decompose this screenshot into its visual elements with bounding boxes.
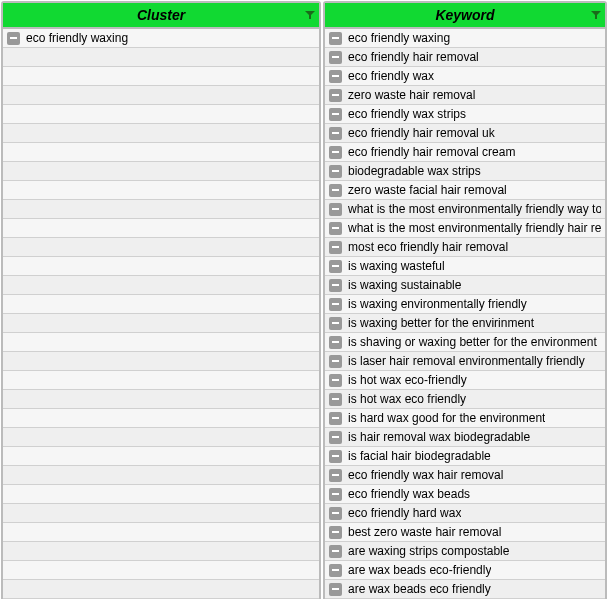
column-header-keyword[interactable]: Keyword (325, 3, 605, 29)
table-row[interactable]: eco friendly hair removal (325, 48, 605, 67)
empty-row[interactable] (3, 143, 319, 162)
empty-row[interactable] (3, 86, 319, 105)
empty-row[interactable] (3, 428, 319, 447)
table-row[interactable]: what is the most environmentally friendl… (325, 200, 605, 219)
empty-row[interactable] (3, 466, 319, 485)
empty-row[interactable] (3, 485, 319, 504)
collapse-icon[interactable] (329, 165, 342, 178)
empty-row[interactable] (3, 409, 319, 428)
table-row[interactable]: zero waste facial hair removal (325, 181, 605, 200)
collapse-icon[interactable] (329, 184, 342, 197)
collapse-icon[interactable] (329, 222, 342, 235)
filter-icon[interactable] (305, 10, 315, 20)
empty-row[interactable] (3, 561, 319, 580)
table-row[interactable]: what is the most environmentally friendl… (325, 219, 605, 238)
empty-row[interactable] (3, 352, 319, 371)
collapse-icon[interactable] (329, 393, 342, 406)
empty-row[interactable] (3, 371, 319, 390)
cell-text: is waxing better for the envirinment (348, 316, 534, 330)
collapse-icon[interactable] (329, 583, 342, 596)
table-row[interactable]: eco friendly hard wax (325, 504, 605, 523)
collapse-icon[interactable] (329, 89, 342, 102)
table-row[interactable]: is hair removal wax biodegradable (325, 428, 605, 447)
collapse-icon[interactable] (329, 526, 342, 539)
collapse-icon[interactable] (329, 469, 342, 482)
table-row[interactable]: eco friendly wax strips (325, 105, 605, 124)
empty-row[interactable] (3, 390, 319, 409)
column-header-cluster[interactable]: Cluster (3, 3, 319, 29)
table-row[interactable]: is waxing sustainable (325, 276, 605, 295)
table-row[interactable]: most eco friendly hair removal (325, 238, 605, 257)
cell-text: eco friendly hair removal (348, 50, 479, 64)
empty-row[interactable] (3, 542, 319, 561)
empty-row[interactable] (3, 295, 319, 314)
cell-text: is hair removal wax biodegradable (348, 430, 530, 444)
filter-icon[interactable] (591, 10, 601, 20)
empty-row[interactable] (3, 238, 319, 257)
cell-text: is waxing sustainable (348, 278, 461, 292)
table-row[interactable]: is waxing environmentally friendly (325, 295, 605, 314)
empty-row[interactable] (3, 48, 319, 67)
table-row[interactable]: is shaving or waxing better for the envi… (325, 333, 605, 352)
collapse-icon[interactable] (329, 545, 342, 558)
table-row[interactable]: are wax beads eco-friendly (325, 561, 605, 580)
empty-row[interactable] (3, 580, 319, 599)
collapse-icon[interactable] (329, 431, 342, 444)
collapse-icon[interactable] (329, 146, 342, 159)
empty-row[interactable] (3, 124, 319, 143)
collapse-icon[interactable] (329, 279, 342, 292)
empty-row[interactable] (3, 162, 319, 181)
empty-row[interactable] (3, 523, 319, 542)
table-row[interactable]: are wax beads eco friendly (325, 580, 605, 599)
collapse-icon[interactable] (329, 260, 342, 273)
table-row[interactable]: eco friendly waxing (325, 29, 605, 48)
collapse-icon[interactable] (329, 564, 342, 577)
empty-row[interactable] (3, 333, 319, 352)
table-row[interactable]: eco friendly waxing (3, 29, 319, 48)
collapse-icon[interactable] (329, 488, 342, 501)
empty-row[interactable] (3, 276, 319, 295)
empty-row[interactable] (3, 504, 319, 523)
collapse-icon[interactable] (329, 203, 342, 216)
table-row[interactable]: is hot wax eco friendly (325, 390, 605, 409)
table-row[interactable]: is hard wax good for the environment (325, 409, 605, 428)
collapse-icon[interactable] (329, 355, 342, 368)
collapse-icon[interactable] (329, 507, 342, 520)
table-row[interactable]: zero waste hair removal (325, 86, 605, 105)
collapse-icon[interactable] (329, 317, 342, 330)
empty-row[interactable] (3, 105, 319, 124)
collapse-icon[interactable] (329, 241, 342, 254)
table-row[interactable]: eco friendly hair removal cream (325, 143, 605, 162)
collapse-icon[interactable] (7, 32, 20, 45)
table-row[interactable]: are waxing strips compostable (325, 542, 605, 561)
empty-row[interactable] (3, 219, 319, 238)
cell-text: are wax beads eco-friendly (348, 563, 491, 577)
table-row[interactable]: eco friendly wax hair removal (325, 466, 605, 485)
empty-row[interactable] (3, 257, 319, 276)
empty-row[interactable] (3, 181, 319, 200)
table-row[interactable]: is laser hair removal environmentally fr… (325, 352, 605, 371)
collapse-icon[interactable] (329, 374, 342, 387)
empty-row[interactable] (3, 314, 319, 333)
table-row[interactable]: biodegradable wax strips (325, 162, 605, 181)
collapse-icon[interactable] (329, 336, 342, 349)
table-row[interactable]: is waxing better for the envirinment (325, 314, 605, 333)
table-row[interactable]: is hot wax eco-friendly (325, 371, 605, 390)
collapse-icon[interactable] (329, 108, 342, 121)
table-row[interactable]: is facial hair biodegradable (325, 447, 605, 466)
table-row[interactable]: eco friendly hair removal uk (325, 124, 605, 143)
collapse-icon[interactable] (329, 51, 342, 64)
table-row[interactable]: best zero waste hair removal (325, 523, 605, 542)
collapse-icon[interactable] (329, 450, 342, 463)
table-row[interactable]: eco friendly wax (325, 67, 605, 86)
collapse-icon[interactable] (329, 127, 342, 140)
collapse-icon[interactable] (329, 32, 342, 45)
collapse-icon[interactable] (329, 412, 342, 425)
collapse-icon[interactable] (329, 70, 342, 83)
empty-row[interactable] (3, 447, 319, 466)
empty-row[interactable] (3, 200, 319, 219)
table-row[interactable]: is waxing wasteful (325, 257, 605, 276)
collapse-icon[interactable] (329, 298, 342, 311)
table-row[interactable]: eco friendly wax beads (325, 485, 605, 504)
empty-row[interactable] (3, 67, 319, 86)
